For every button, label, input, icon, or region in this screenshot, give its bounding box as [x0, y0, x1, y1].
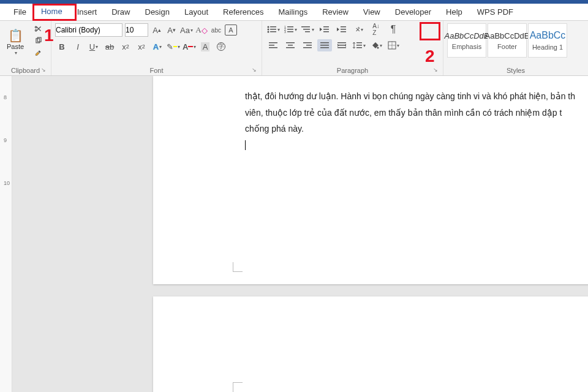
svg-rect-20 [341, 26, 346, 28]
group-paragraph: ▾ 123▾ ▾ ✕̂▾ A↓Z ¶ [262, 21, 443, 75]
tab-developer[interactable]: Developer [388, 4, 439, 20]
style-footer[interactable]: AaBbCcDdE Footer [488, 23, 527, 58]
shading-button[interactable]: ▾ [369, 39, 383, 51]
svg-rect-5 [270, 29, 276, 30]
text-cursor [245, 140, 246, 150]
document-area: 8 9 10 thật, đôi hướng dư luận. Hành vi … [0, 76, 588, 392]
tab-view[interactable]: View [356, 4, 388, 20]
svg-rect-33 [320, 45, 329, 46]
font-name-combo[interactable] [55, 23, 123, 37]
superscript-button[interactable]: x2 [135, 40, 148, 53]
svg-rect-16 [305, 31, 310, 32]
svg-rect-35 [337, 42, 346, 43]
text-line: chống phá này. [245, 124, 304, 134]
multilevel-list-button[interactable]: ▾ [300, 23, 315, 36]
page-2[interactable] [153, 296, 588, 392]
copy-button[interactable] [32, 36, 45, 47]
svg-rect-31 [303, 47, 312, 48]
document-body-text[interactable]: thật, đôi hướng dư luận. Hành vi bọn chú… [245, 88, 588, 153]
svg-rect-29 [303, 42, 312, 43]
clear-formatting-button[interactable]: A◇ [195, 24, 208, 36]
svg-rect-15 [303, 29, 310, 30]
svg-rect-38 [356, 42, 362, 43]
character-border-button[interactable]: A [225, 24, 237, 36]
distribute-icon [337, 42, 346, 49]
tab-review[interactable]: Review [315, 4, 356, 20]
tab-mailings[interactable]: Mailings [271, 4, 315, 20]
svg-rect-19 [323, 31, 329, 32]
paintbrush-icon [34, 49, 43, 58]
increase-indent-button[interactable] [334, 23, 349, 36]
svg-rect-32 [320, 42, 329, 43]
svg-rect-14 [301, 26, 310, 28]
margin-corner-icon [233, 262, 243, 272]
paste-button[interactable]: 📋 Paste ▾ [4, 23, 27, 60]
character-shading-button[interactable]: A [198, 40, 212, 53]
align-right-button[interactable] [300, 39, 315, 51]
style-name: Heading 1 [532, 43, 563, 51]
sort-button[interactable]: A↓Z [369, 23, 383, 36]
tab-wps-pdf[interactable]: WPS PDF [470, 4, 521, 20]
shrink-font-button[interactable]: A▾ [165, 24, 178, 36]
page-1[interactable]: thật, đôi hướng dư luận. Hành vi bọn chú… [153, 76, 588, 284]
dialog-launcher-icon[interactable]: ↘ [252, 67, 257, 73]
dialog-launcher-icon[interactable]: ↘ [41, 67, 46, 73]
subscript-button[interactable]: x2 [119, 40, 132, 53]
align-center-button[interactable] [283, 39, 298, 51]
margin-corner-icon [233, 382, 243, 392]
tab-home[interactable]: Home [34, 4, 70, 21]
svg-rect-3 [270, 26, 276, 28]
change-case-button[interactable]: Aa▾ [180, 24, 193, 36]
phonetic-guide-button[interactable]: abc [210, 24, 222, 36]
page-scroll-area[interactable]: thật, đôi hướng dư luận. Hành vi bọn chú… [12, 76, 588, 392]
bullets-button[interactable]: ▾ [266, 23, 281, 36]
highlight-button[interactable]: ✎▾ [167, 40, 180, 53]
style-emphasis[interactable]: AaBbCcDdE Emphasis [447, 23, 486, 58]
group-clipboard-label: Clipboard↘ [4, 66, 47, 75]
dialog-launcher-icon[interactable]: ↘ [433, 67, 438, 73]
decrease-indent-button[interactable] [317, 23, 332, 36]
svg-rect-7 [270, 31, 276, 32]
font-size-combo[interactable] [125, 23, 148, 37]
group-font: A▴ A▾ Aa▾ A◇ abc A B I U▾ ab x2 x2 A▾ ✎▾… [51, 21, 262, 75]
justify-button[interactable] [317, 39, 332, 51]
grow-font-button[interactable]: A▴ [151, 24, 163, 36]
style-heading-1[interactable]: AaBbCc Heading 1 [528, 23, 567, 58]
tab-layout[interactable]: Layout [177, 4, 216, 20]
svg-rect-40 [356, 47, 362, 48]
ruler-tick: 8 [4, 94, 7, 100]
asian-layout-button[interactable]: ✕̂▾ [352, 23, 366, 36]
numbering-icon: 123 [284, 25, 294, 34]
indent-icon [337, 25, 347, 34]
tab-draw[interactable]: Draw [104, 4, 137, 20]
tab-help[interactable]: Help [439, 4, 470, 20]
align-left-button[interactable] [266, 39, 281, 51]
strikethrough-button[interactable]: ab [103, 40, 116, 53]
line-spacing-button[interactable]: ▾ [352, 39, 366, 51]
format-painter-button[interactable] [32, 48, 45, 59]
underline-button[interactable]: U▾ [87, 40, 100, 53]
tab-insert[interactable]: Insert [70, 4, 105, 20]
font-color-button[interactable]: A▾ [183, 40, 196, 53]
bold-button[interactable]: B [55, 40, 69, 53]
tab-file[interactable]: File [6, 4, 34, 20]
group-styles-label: Styles [447, 66, 584, 75]
multilevel-icon [301, 25, 311, 34]
tab-design[interactable]: Design [138, 4, 177, 20]
svg-rect-0 [36, 39, 40, 43]
svg-rect-27 [288, 45, 293, 46]
numbering-button[interactable]: 123▾ [283, 23, 298, 36]
borders-button[interactable]: ▾ [386, 39, 401, 51]
show-paragraph-marks-button[interactable]: ¶ [386, 23, 401, 36]
italic-button[interactable]: I [71, 40, 85, 53]
svg-rect-26 [286, 42, 295, 43]
svg-rect-23 [269, 42, 277, 43]
tab-references[interactable]: References [216, 4, 271, 20]
distributed-button[interactable] [334, 39, 349, 51]
text-effects-button[interactable]: A▾ [151, 40, 164, 53]
svg-rect-34 [320, 47, 329, 48]
vertical-ruler[interactable]: 8 9 10 [0, 76, 12, 392]
cut-button[interactable] [32, 23, 45, 34]
style-sample: AaBbCcDdE [485, 31, 530, 40]
enclose-characters-button[interactable]: 字 [214, 40, 228, 53]
